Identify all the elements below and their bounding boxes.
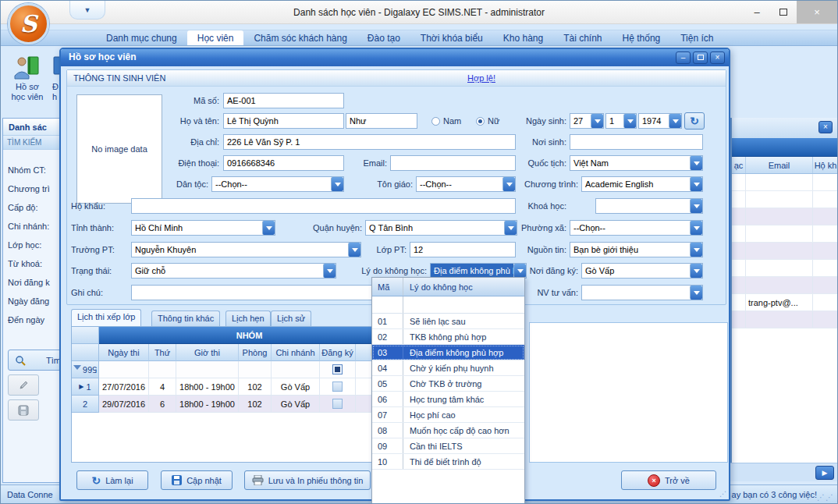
list-row[interactable] xyxy=(732,191,838,208)
chevron-down-icon[interactable] xyxy=(690,199,702,213)
menu-item-tai-chinh[interactable]: Tài chính xyxy=(553,30,612,45)
col-gio-thi[interactable]: Giờ thi xyxy=(176,344,239,361)
tab-lich-thi-xep-lop[interactable]: Lịch thi xếp lớp xyxy=(71,309,141,326)
dropdown-blank-row[interactable] xyxy=(372,296,524,314)
resize-grip-icon[interactable]: ⋰⋰ xyxy=(817,493,834,502)
list-row[interactable] xyxy=(732,208,838,225)
ma-so-input[interactable]: AE-001 xyxy=(223,93,344,108)
menu-item-tien-ich[interactable]: Tiện ích xyxy=(670,30,723,45)
col-ngay-thi[interactable]: Ngày thi xyxy=(99,344,149,361)
tro-ve-button[interactable]: × Trở về xyxy=(621,470,716,490)
find-button[interactable]: Tìm xyxy=(8,350,60,371)
list-row[interactable] xyxy=(732,225,838,243)
radio-nam[interactable]: Nam xyxy=(431,113,461,129)
noi-sinh-input[interactable] xyxy=(570,134,703,150)
ton-giao-select[interactable]: --Chọn-- xyxy=(416,176,516,192)
menu-item-kho-hang[interactable]: Kho hàng xyxy=(493,30,553,45)
menu-item-he-thong[interactable]: Hệ thống xyxy=(613,30,671,45)
nguon-tin-select[interactable]: Bạn bè giới thiệu xyxy=(570,242,703,257)
trang-thai-select[interactable]: Giữ chỗ xyxy=(131,263,336,279)
maximize-icon[interactable] xyxy=(770,1,797,23)
phuong-xa-select[interactable]: --Chọn-- xyxy=(570,220,703,236)
lam-lai-button[interactable]: ↻ Làm lại xyxy=(76,470,148,490)
list-row[interactable] xyxy=(732,277,838,294)
birth-year-select[interactable]: 1974 xyxy=(638,113,682,129)
col-phong[interactable]: Phòng xyxy=(239,344,272,361)
refresh-icon[interactable]: ↻ xyxy=(684,112,705,130)
register-checkbox[interactable] xyxy=(332,399,343,409)
horizontal-scrollbar[interactable]: ▶ xyxy=(730,463,838,481)
ho-khau-input[interactable] xyxy=(131,198,516,214)
birth-month-select[interactable]: 1 xyxy=(605,113,637,129)
grid-filter-row[interactable]: 566 xyxy=(72,361,375,378)
chevron-down-icon[interactable] xyxy=(591,114,603,128)
dropdown-item-05[interactable]: 05 Chờ TKB ở trường xyxy=(372,376,524,392)
tab-thong-tin-khac[interactable]: Thông tin khác xyxy=(151,311,220,326)
filter-checkbox[interactable] xyxy=(332,364,343,374)
chevron-down-icon[interactable] xyxy=(623,114,636,128)
chevron-down-icon[interactable] xyxy=(669,114,681,128)
col-chi-nhanh[interactable]: Chi nhánh xyxy=(272,344,320,361)
tinh-thanh-select[interactable]: Hồ Chí Minh xyxy=(131,220,275,236)
dien-thoai-input[interactable]: 0916668346 xyxy=(223,155,344,171)
exam-row[interactable]: 2 29/07/2016 6 18h00 - 19h00 102 Gò Vấp xyxy=(72,396,375,413)
col-thu[interactable]: Thứ xyxy=(149,344,176,361)
sidebar-tab-danh-sach[interactable]: Danh sác xyxy=(3,119,60,136)
tab-lich-su[interactable]: Lịch sử xyxy=(271,311,311,326)
truong-pt-select[interactable]: Nguyễn Khuyên xyxy=(131,242,361,257)
list-filter-row[interactable] xyxy=(732,174,838,191)
dialog-resize-grip-icon[interactable]: ⋰ xyxy=(719,490,726,498)
close-icon[interactable]: × xyxy=(797,1,837,23)
chevron-down-icon[interactable] xyxy=(690,264,702,278)
panel-close-icon[interactable]: × xyxy=(818,121,833,133)
col-dang-ky[interactable]: Đăng ký xyxy=(320,344,356,361)
luu-in-button[interactable]: Lưu và In phiếu thông tin xyxy=(244,470,371,490)
quoc-tich-select[interactable]: Việt Nam xyxy=(570,155,703,171)
app-logo[interactable]: S xyxy=(8,3,49,44)
email-input[interactable] xyxy=(390,155,516,171)
dropdown-item-02[interactable]: 02 TKB không phù hợp xyxy=(372,329,524,345)
noi-dang-ky-select[interactable]: Gò Vấp xyxy=(581,263,703,279)
list-row[interactable] xyxy=(732,243,838,260)
menu-item-thoi-khoa-bieu[interactable]: Thời khóa biểu xyxy=(410,30,493,45)
radio-nu[interactable]: Nữ xyxy=(476,113,499,129)
list-row[interactable] xyxy=(732,260,838,277)
dialog-close-icon[interactable]: × xyxy=(710,51,725,64)
list-row-email[interactable]: trang-ptv@... xyxy=(732,294,838,311)
lop-pt-input[interactable]: 12 xyxy=(410,242,516,257)
dropdown-item-03-selected[interactable]: 03 Địa điểm không phù hợp xyxy=(372,345,524,360)
chevron-down-icon[interactable] xyxy=(690,243,702,257)
column-header-email[interactable]: Email xyxy=(746,157,813,173)
column-header-ho-khau[interactable]: Hộ kh xyxy=(813,157,838,173)
ten-input[interactable]: Như xyxy=(346,113,417,129)
list-row[interactable] xyxy=(732,311,838,328)
dropdown-col-ly-do[interactable]: Lý do không học xyxy=(403,278,524,296)
birth-day-select[interactable]: 27 xyxy=(570,113,604,129)
dialog-titlebar[interactable]: Hồ sơ học viên – × xyxy=(61,49,729,66)
register-checkbox[interactable] xyxy=(332,382,343,392)
edit-button[interactable] xyxy=(8,374,39,396)
dialog-minimize-icon[interactable]: – xyxy=(676,51,691,64)
menu-item-cham-soc-khach-hang[interactable]: Chăm sóc khách hàng xyxy=(243,30,357,45)
chevron-down-icon[interactable] xyxy=(690,286,702,300)
cap-nhat-button[interactable]: Cập nhật xyxy=(161,470,233,490)
nv-tu-van-select[interactable] xyxy=(581,285,703,300)
menu-item-danh-muc-chung[interactable]: Danh mục chung xyxy=(96,30,187,45)
dropdown-item-07[interactable]: 07 Học phí cao xyxy=(372,407,524,423)
ho-ten-input[interactable]: Lê Thị Quỳnh xyxy=(223,113,344,129)
dropdown-item-01[interactable]: 01 Sẽ liên lạc sau xyxy=(372,314,524,329)
exam-row[interactable]: ▶ 1 27/07/2016 4 18h00 - 19h00 102 Gò Vấ… xyxy=(72,378,375,396)
khoa-hoc-select[interactable] xyxy=(595,198,703,214)
save-button[interactable] xyxy=(8,399,39,421)
dropdown-item-06[interactable]: 06 Học trung tâm khác xyxy=(372,392,524,407)
scroll-right-icon[interactable]: ▶ xyxy=(815,466,834,480)
minimize-icon[interactable]: – xyxy=(744,1,770,23)
dia-chi-input[interactable]: 226 Lê Văn Sỹ P. 1 xyxy=(223,134,516,150)
chevron-down-icon[interactable] xyxy=(690,177,702,191)
quan-huyen-select[interactable]: Q Tân Bình xyxy=(365,220,517,236)
dropdown-item-08[interactable]: 08 Muốn học cấp độ cao hơn xyxy=(372,423,524,438)
dan-toc-select[interactable]: --Chọn-- xyxy=(211,176,344,192)
dialog-maximize-icon[interactable] xyxy=(693,51,708,64)
chevron-down-icon[interactable] xyxy=(690,156,702,170)
dropdown-item-04[interactable]: 04 Chờ ý kiến phụ huynh xyxy=(372,360,524,376)
